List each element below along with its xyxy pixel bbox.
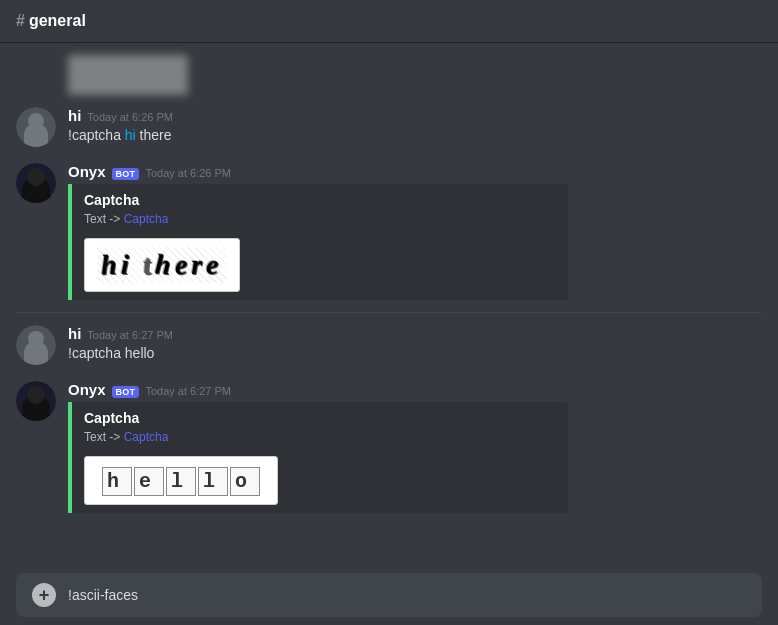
message-content: Onyx BOT Today at 6:26 PM Captcha Text -… [68,163,762,300]
captcha-char: r [191,249,206,281]
message-content: hi Today at 6:26 PM !captcha hi there [68,107,762,146]
messages-area: hi Today at 6:26 PM !captcha hi there On… [0,43,778,565]
captcha-char: l [198,467,228,496]
message-header: Onyx BOT Today at 6:26 PM [68,163,762,180]
message-group: hi Today at 6:27 PM !captcha hello [0,321,778,369]
avatar [16,163,56,203]
command-arg-highlight: hi [125,127,136,143]
captcha-image-1: hi there [84,238,240,292]
timestamp: Today at 6:26 PM [145,167,231,179]
captcha-text-display: hi there [97,247,227,283]
embed-title: Captcha [84,410,556,426]
username: Onyx [68,163,106,180]
command-prefix: !captcha [68,127,125,143]
captcha-char: h [100,249,121,282]
timestamp: Today at 6:27 PM [145,385,231,397]
embed-field: Text -> Captcha [84,430,556,444]
command-prefix: !captcha [68,345,125,361]
message-divider [16,312,762,313]
username: hi [68,325,81,342]
message-group: Onyx BOT Today at 6:26 PM Captcha Text -… [0,159,778,304]
captcha-char: e [134,467,164,496]
captcha-text-display: hello [101,465,261,496]
embed-card: Captcha Text -> Captcha hello [68,402,568,513]
add-attachment-button[interactable]: + [32,583,56,607]
username: hi [68,107,81,124]
username: Onyx [68,381,106,398]
message-text: !captcha hello [68,344,762,364]
captcha-char: e [174,249,192,282]
blurred-attachment [68,55,188,95]
avatar [16,325,56,365]
avatar [16,107,56,147]
command-arg: hello [125,345,155,361]
captcha-char: h [102,467,132,496]
message-content: Onyx BOT Today at 6:27 PM Captcha Text -… [68,381,762,513]
embed-field-highlight: Captcha [124,430,169,444]
channel-title: #general [16,12,762,30]
user-avatar-hi [16,325,56,365]
message-header: hi Today at 6:26 PM [68,107,762,124]
top-attachment [0,51,778,103]
channel-name: general [29,12,86,29]
channel-hash: # [16,12,25,29]
embed-field-highlight: Captcha [124,212,169,226]
captcha-char: e [206,249,223,281]
message-header: Onyx BOT Today at 6:27 PM [68,381,762,398]
message-header: hi Today at 6:27 PM [68,325,762,342]
message-group: Onyx BOT Today at 6:27 PM Captcha Text -… [0,377,778,517]
embed-field: Text -> Captcha [84,212,556,226]
chat-input-area[interactable]: + [16,573,762,617]
message-group: hi Today at 6:26 PM !captcha hi there [0,103,778,151]
bot-badge: BOT [112,386,140,398]
embed-title: Captcha [84,192,556,208]
embed-card: Captcha Text -> Captcha hi there [68,184,568,300]
captcha-char: h [154,248,176,281]
message-content: hi Today at 6:27 PM !captcha hello [68,325,762,364]
captcha-char: o [230,467,260,496]
message-text: !captcha hi there [68,126,762,146]
timestamp: Today at 6:26 PM [87,111,173,123]
channel-header: #general [0,0,778,43]
bot-badge: BOT [112,168,140,180]
command-arg-rest: there [136,127,172,143]
avatar [16,381,56,421]
captcha-image-2: hello [84,456,278,505]
user-avatar-hi [16,107,56,147]
chat-input[interactable] [68,587,746,603]
timestamp: Today at 6:27 PM [87,329,173,341]
captcha-char: l [166,467,196,496]
user-avatar-onyx [16,381,56,421]
captcha-char: i [120,249,133,281]
user-avatar-onyx [16,163,56,203]
